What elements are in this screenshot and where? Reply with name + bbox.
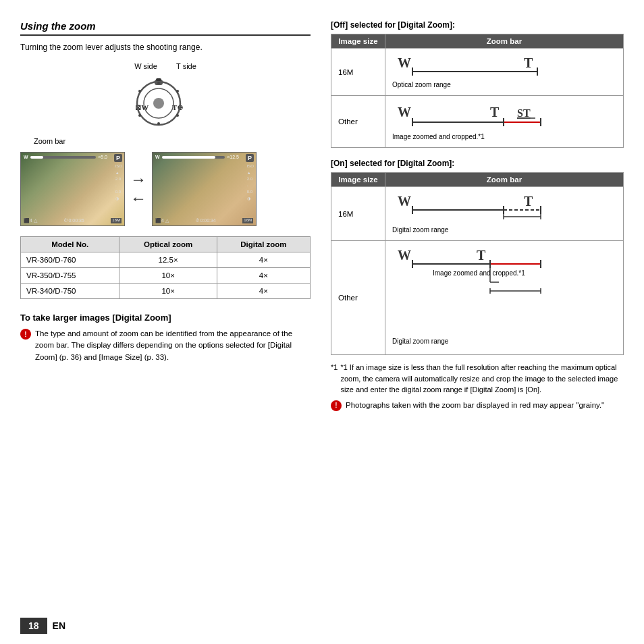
svg-point-6 xyxy=(153,98,164,109)
model-name-3: VR-340/D-750 xyxy=(21,284,119,299)
on-other-range-label1: Image zoomed and cropped.*1 xyxy=(433,269,525,278)
on-zoom-table: Image size Zoom bar 16M W xyxy=(331,172,624,355)
note-icon-2: ! xyxy=(331,400,342,411)
camera-screen-wide: W ×5.0 P ISO▲2.0-0.0◑ ⬛4 △ ⏱0:00:3 xyxy=(20,152,125,226)
on-other-size: Other xyxy=(331,241,385,355)
arrows-container: → ← xyxy=(130,170,146,208)
on-section-title: [On] selected for [Digital Zoom]: xyxy=(331,159,624,168)
svg-text:T: T xyxy=(524,55,533,70)
note-icon-1: ! xyxy=(20,329,31,340)
p-badge-tele: P xyxy=(246,154,254,162)
table-row: VR-360/D-760 12.5× 4× xyxy=(21,252,311,268)
footnote-marker: *1 xyxy=(331,362,338,396)
off-16m-bar: W T Optical zoom xyxy=(385,49,624,96)
off-zoom-table: Image size Zoom bar 16M W xyxy=(331,34,624,148)
page-footer: 18 EN xyxy=(0,618,644,634)
screen-bg-wide xyxy=(21,153,124,225)
camera-screen-tele: W ×12.5 P ISO▲2.0-0.0◑ ⬛4 △ ⏱0:00: xyxy=(152,152,257,226)
svg-point-8 xyxy=(176,90,179,92)
page-number: 18 xyxy=(20,618,47,634)
svg-text:T: T xyxy=(477,248,486,263)
off-16m-row: 16M W T xyxy=(331,49,624,96)
digital-zoom-3: 4× xyxy=(217,284,310,299)
page: Using the zoom Turning the zoom lever ad… xyxy=(0,0,644,644)
model-table-header-digital: Digital zoom xyxy=(217,237,310,252)
svg-rect-5 xyxy=(156,78,161,81)
model-table-header-optical: Optical zoom xyxy=(119,237,217,252)
side-labels: W side T side xyxy=(125,62,206,70)
optical-zoom-2: 10× xyxy=(119,268,217,284)
table-row: VR-340/D-750 10× 4× xyxy=(21,284,311,299)
digital-zoom-1: 4× xyxy=(217,252,310,268)
digital-zoom-title: To take larger images [Digital Zoom] xyxy=(20,313,311,323)
svg-point-9 xyxy=(176,114,179,117)
photo-note: ! Photographs taken with the zoom bar di… xyxy=(331,400,624,411)
on-other-bar: W T xyxy=(385,241,624,355)
arrow-left-icon: ← xyxy=(130,189,146,208)
model-name-1: VR-360/D-760 xyxy=(21,252,119,268)
screen-bg-tele xyxy=(152,152,257,226)
section-title: Using the zoom xyxy=(20,20,311,36)
off-header-size: Image size xyxy=(331,34,385,49)
off-other-svg: W T ST xyxy=(392,100,554,137)
off-other-size: Other xyxy=(331,96,385,148)
left-column: Using the zoom Turning the zoom lever ad… xyxy=(20,20,311,610)
intro-text: Turning the zoom lever adjusts the shoot… xyxy=(20,43,311,52)
w-side-label: W side xyxy=(134,62,157,70)
screen-bottom-wide: ⬛4 △ ⏱0:00:36 16M xyxy=(24,218,122,223)
on-header-bar: Zoom bar xyxy=(385,173,624,187)
svg-point-7 xyxy=(157,82,160,84)
svg-point-12 xyxy=(138,90,141,92)
arrow-right-icon: → xyxy=(130,170,146,189)
screen-bottom-tele: ⬛4 △ ⏱0:00:34 16M xyxy=(155,218,253,223)
svg-text:W: W xyxy=(398,55,411,70)
on-16m-svg: W T xyxy=(392,191,554,228)
off-section-title: [Off] selected for [Digital Zoom]: xyxy=(331,20,624,30)
svg-text:W: W xyxy=(398,248,411,263)
svg-text:ST: ST xyxy=(517,107,531,119)
digital-zoom-note-text: The type and amount of zoom can be ident… xyxy=(35,328,311,363)
off-other-bar: W T ST xyxy=(385,96,624,148)
digital-zoom-2: 4× xyxy=(217,268,310,284)
model-table-header-model: Model No. xyxy=(21,237,119,252)
off-header-bar: Zoom bar xyxy=(385,34,624,49)
svg-text:W: W xyxy=(398,194,411,209)
off-16m-svg: W T xyxy=(392,53,554,83)
digital-zoom-note: ! The type and amount of zoom can be ide… xyxy=(20,328,311,363)
right-column: [Off] selected for [Digital Zoom]: Image… xyxy=(331,20,624,610)
t-side-label: T side xyxy=(176,62,196,70)
content-area: Using the zoom Turning the zoom lever ad… xyxy=(20,20,624,610)
optical-zoom-1: 12.5× xyxy=(119,252,217,268)
photo-note-text: Photographs taken with the zoom bar disp… xyxy=(346,400,604,411)
zoom-bar-label: Zoom bar xyxy=(34,137,65,145)
model-table: Model No. Optical zoom Digital zoom VR-3… xyxy=(20,236,311,299)
language-label: EN xyxy=(53,620,65,631)
off-16m-size: 16M xyxy=(331,49,385,96)
footnote-text: *1 If an image size is less than the ful… xyxy=(340,362,624,396)
on-16m-size: 16M xyxy=(331,187,385,241)
off-other-row: Other W T ST xyxy=(331,96,624,148)
svg-point-11 xyxy=(138,114,141,117)
on-other-range-label2: Digital zoom range xyxy=(392,338,616,345)
p-badge-wide: P xyxy=(114,154,122,162)
footnote-1: *1 *1 If an image size is less than the … xyxy=(331,362,624,396)
zoom-lever-svg: ⊠W T⊕ xyxy=(122,73,209,134)
optical-zoom-3: 10× xyxy=(119,284,217,299)
footnote-section: *1 *1 If an image size is less than the … xyxy=(331,362,624,411)
on-16m-row: 16M W T xyxy=(331,187,624,241)
svg-text:T: T xyxy=(524,194,533,209)
svg-point-10 xyxy=(157,122,160,125)
svg-text:W: W xyxy=(398,105,411,119)
model-name-2: VR-350/D-755 xyxy=(21,268,119,284)
screenshots-row: W ×5.0 P ISO▲2.0-0.0◑ ⬛4 △ ⏱0:00:3 xyxy=(20,152,311,226)
on-header-size: Image size xyxy=(331,173,385,187)
on-16m-bar: W T xyxy=(385,187,624,241)
on-other-row: Other W T xyxy=(331,241,624,355)
svg-text:T: T xyxy=(490,105,500,119)
table-row: VR-350/D-755 10× 4× xyxy=(21,268,311,284)
zoom-diagram: W side T side ⊠W T⊕ xyxy=(20,62,311,145)
